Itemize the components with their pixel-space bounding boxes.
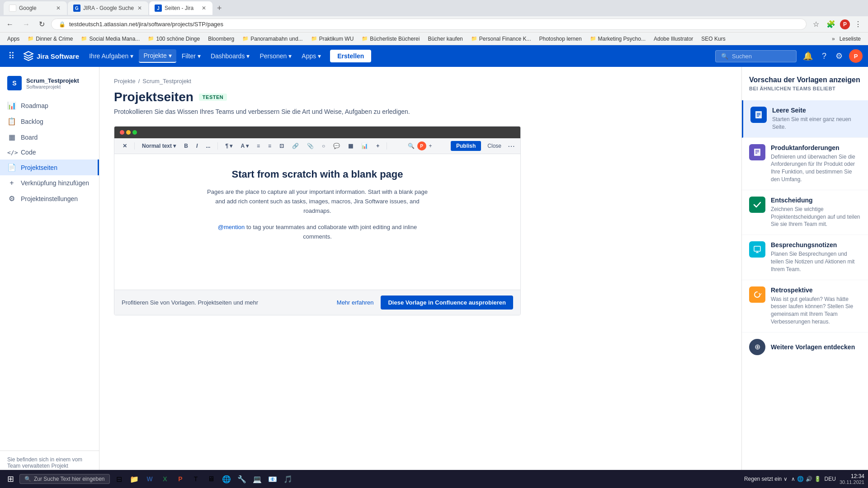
extensions-btn[interactable]: 🧩 [824,18,838,30]
tab-google[interactable]: G Google ✕ [4,1,67,15]
template-item-entscheidung[interactable]: Entscheidung Zeichnen Sie wichtige Proje… [742,190,868,235]
taskbar-battery[interactable]: 🔋 [814,476,821,482]
forward-button[interactable]: → [20,19,33,30]
sidebar-item-roadmap[interactable]: 📊 Roadmap [0,98,99,113]
toolbar-indent[interactable]: ⊡ [277,142,287,150]
taskbar-word[interactable]: W [142,472,157,486]
toolbar-plus[interactable]: + [373,142,382,150]
toolbar-more-format[interactable]: ... [203,142,213,150]
taskbar-teams[interactable]: T [189,472,203,486]
toolbar-link[interactable]: 🔗 [289,142,302,150]
bookmark-social[interactable]: Social Media Mana... [77,35,143,43]
bookmark-100[interactable]: 100 schöne Dinge [144,35,203,43]
taskbar-app9[interactable]: 📧 [265,472,280,486]
template-item-besprechungsnotizen[interactable]: Besprechungsnotizen Planen Sie Besprechu… [742,235,868,280]
sidebar-item-projektseiten[interactable]: 📄 Projektseiten [0,160,99,175]
grid-menu-button[interactable]: ⠿ [5,48,18,64]
weitere-vorlagen[interactable]: ⊕ Weitere Vorlagen entdecken [742,333,868,361]
publish-button[interactable]: Publish [451,141,481,151]
sidebar-item-projekteinstellungen[interactable]: ⚙ Projekteinstellungen [0,191,99,206]
bookmark-seo[interactable]: SEO Kurs [698,35,729,43]
toolbar-paragraph[interactable]: ¶ ▾ [222,142,235,150]
taskbar-network[interactable]: 🌐 [797,476,804,482]
toolbar-chart[interactable]: 📊 [359,142,371,150]
sidebar-item-code[interactable]: </> Code [0,145,99,160]
menu-btn[interactable]: ⋮ [852,18,864,30]
bookmark-dinner[interactable]: Dinner & Crime [24,35,76,43]
taskbar-app8[interactable]: 💻 [250,472,264,486]
template-item-produktanforderungen[interactable]: Produktanforderungen Definieren und über… [742,138,868,190]
taskbar-app7[interactable]: 🔧 [235,472,249,486]
breadcrumb-projekte[interactable]: Projekte [114,78,136,84]
taskbar-sound[interactable]: 🔊 [806,476,812,482]
avatar[interactable]: P [849,49,863,63]
bookmark-marketing[interactable]: Marketing Psycho... [586,35,649,43]
taskbar-time[interactable]: 12:34 30.11.2021 [840,473,864,485]
new-tab-button[interactable]: + [213,2,226,15]
tab-jira-search[interactable]: G JIRA - Google Suche ✕ [68,1,148,15]
settings-button[interactable]: ⚙ [833,48,845,64]
nav-projekte[interactable]: Projekte ▾ [139,49,176,63]
vorlage-ausprobieren-button[interactable]: Diese Vorlage in Confluence ausprobieren [381,296,513,310]
back-button[interactable]: ← [4,19,16,30]
nav-filter[interactable]: Filter ▾ [177,50,205,62]
help-button[interactable]: ? [819,49,829,64]
bookmarks-more[interactable]: » [832,36,835,42]
close-button[interactable]: Close [484,141,505,151]
tab-close-google[interactable]: ✕ [55,4,61,12]
bookmark-bloomberg[interactable]: Bloomberg [204,35,238,43]
nav-dashboards[interactable]: Dashboards ▾ [206,50,255,62]
toolbar-table[interactable]: ▦ [345,142,356,150]
nav-personen[interactable]: Personen ▾ [255,50,296,62]
sidebar-item-backlog[interactable]: 📋 Backlog [0,113,99,129]
address-bar[interactable]: 🔒 testdeutsch1.atlassian.net/jira/softwa… [51,19,807,30]
toolbar-italic[interactable]: I [193,142,200,150]
toolbar-list-number[interactable]: ≡ [265,142,274,150]
tab-close-jira-seiten[interactable]: ✕ [201,4,207,12]
taskbar-taskview[interactable]: ⊟ [112,472,126,486]
toolbar-bold[interactable]: B [181,142,191,150]
tab-close-jira-search[interactable]: ✕ [137,4,143,12]
taskbar-excel[interactable]: X [158,472,172,486]
notifications-button[interactable]: 🔔 [800,48,816,64]
nav-apps[interactable]: Apps ▾ [297,50,326,62]
taskbar-chrome[interactable]: 🌐 [219,472,234,486]
template-item-retrospektive[interactable]: Retrospektive Was ist gut gelaufen? Was … [742,280,868,333]
toolbar-attach[interactable]: 📎 [304,142,316,150]
bookmark-illustrator[interactable]: Adobe Illustrator [650,35,697,43]
breadcrumb-projekt[interactable]: Scrum_Testprojekt [142,78,191,84]
editor-more[interactable]: ⋯ [508,142,515,150]
bookmark-finance[interactable]: Personal Finance K... [467,35,535,43]
taskbar-powerpoint[interactable]: P [173,472,188,486]
start-button[interactable]: ⊞ [4,472,18,486]
mehr-erfahren-link[interactable]: Mehr erfahren [337,299,374,306]
bookmark-apps[interactable]: Apps [4,35,23,43]
search-box[interactable]: 🔍 Suchen [715,50,797,62]
toolbar-list-bullet[interactable]: ≡ [254,142,263,150]
bookmark-buecherliste[interactable]: Bücherliste Bücherei [358,35,423,43]
sidebar-item-verknuepfung[interactable]: + Verknüpfung hinzufügen [0,175,99,191]
add-collaborator[interactable]: + [429,143,432,149]
toolbar-comment[interactable]: 💬 [330,142,343,150]
toolbar-format-btn[interactable]: ✕ [120,142,130,150]
taskbar-app10[interactable]: 🎵 [281,472,295,486]
taskbar-search[interactable]: 🔍 Zur Suche Text hier eingeben [19,474,110,484]
search-toolbar-icon[interactable]: 🔍 [408,143,415,149]
bookmark-star[interactable]: ☆ [810,18,822,30]
bookmark-panorama[interactable]: Panoramabahn und... [239,35,306,43]
toolbar-emoji[interactable]: ○ [319,142,328,150]
sidebar-item-board[interactable]: ▦ Board [0,129,99,145]
toolbar-color[interactable]: A ▾ [238,142,251,150]
profile-btn[interactable]: P [840,19,850,29]
bookmark-buecher[interactable]: Bücher kaufen [424,35,466,43]
reload-button[interactable]: ↻ [36,18,47,30]
nav-ihre-aufgaben[interactable]: Ihre Aufgaben ▾ [85,50,138,62]
erstellen-button[interactable]: Erstellen [330,50,371,62]
bookmark-photoshop[interactable]: Photoshop lernen [536,35,585,43]
tab-jira-seiten[interactable]: J Seiten - Jira ✕ [149,1,212,15]
bookmark-praktikum[interactable]: Praktikum WU [307,35,358,43]
toolbar-normal-text[interactable]: Normal text ▾ [139,142,179,150]
taskbar-up-arrow[interactable]: ∧ [791,476,795,482]
taskbar-explorer[interactable]: 📁 [127,472,142,486]
taskbar-app5[interactable]: 🖥 [204,472,218,486]
